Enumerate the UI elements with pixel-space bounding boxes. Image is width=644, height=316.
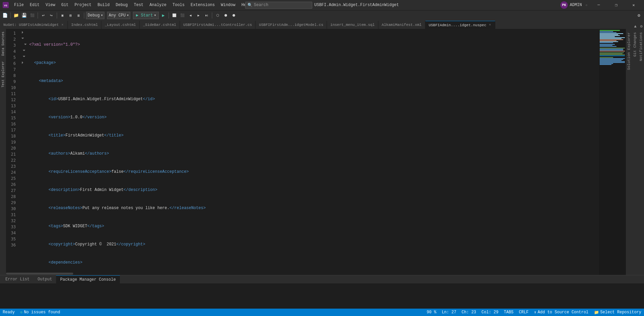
settings-icon[interactable]: ⚙ [639,24,644,29]
tab-controller[interactable]: USBFIFirstAdmi...tController.cs [180,21,256,29]
menu-debug[interactable]: Debug [113,2,130,8]
line-3: <metadata> [29,78,599,84]
status-line[interactable]: Ln: 27 [442,310,456,315]
platform-dropdown[interactable]: Any CPU ▼ [107,12,130,19]
data-sources-label[interactable]: Data Sources [0,29,6,58]
close-button[interactable]: ✕ [626,0,641,10]
menu-view[interactable]: View [43,2,58,8]
tab-sidebar-label: _SideBar.cshtml [143,23,176,27]
status-zoom[interactable]: 90 % [427,310,436,315]
title-bar-right: PK ADMIN ⬦ — ❐ ✕ [560,0,641,10]
toolbar-extra5[interactable]: ⏯ [203,12,210,19]
status-left: Ready ⊙ No issues found [3,310,60,315]
tab-nuspec-close[interactable]: × [488,23,492,27]
tab-package-manager-console[interactable]: Package Manager Console [56,275,120,283]
status-ready[interactable]: Ready [3,310,15,315]
tab-sidebar[interactable]: _SideBar.cshtml [140,21,180,29]
status-tabs[interactable]: TABS [504,310,513,315]
tab-manifest-label: AlkamiManifest.xml [382,23,422,27]
add-to-source-control-button[interactable]: ⬆ Add to Source Control [534,310,588,315]
user-avatar: PK [560,1,568,9]
tab-manifest[interactable]: AlkamiManifest.xml [378,21,425,29]
toolbar-btn1[interactable]: ▣ [59,12,66,19]
solution-explorer-panel: Solution Explorer [626,29,632,275]
menu-file[interactable]: File [11,2,27,8]
menu-window[interactable]: Window [218,2,238,8]
search-label[interactable]: Search [254,3,268,7]
status-crlf[interactable]: CRLF [519,310,528,315]
svg-text:VS: VS [4,4,7,7]
line-7: <authors>Alkami</authors> [29,151,599,157]
menu-project[interactable]: Project [72,2,94,8]
tab-layout[interactable]: _Layout.cshtml [101,21,139,29]
toolbar-save[interactable]: 💾 [20,12,28,19]
tab-nuspec[interactable]: USBFIAdmin....idget.nuspec × [425,21,496,29]
tab-sql[interactable]: insert_menu_item.sql [327,21,378,29]
bottom-panel-content [0,283,644,309]
ready-text: Ready [3,310,15,315]
toolbar-extra8[interactable]: ⬣ [230,12,237,19]
line-9: <description>First Admin Widget</descrip… [29,187,599,193]
run-button[interactable]: ▶ Start ▼ [133,12,159,19]
title-bar-left: VS File Edit View Git Project Build Debu… [3,2,254,8]
toolbar-new[interactable]: 📄 [1,12,9,19]
status-bar: Ready ⊙ No issues found 90 % Ln: 27 Ch: … [0,309,644,316]
toolbar-btn3[interactable]: ▥ [75,12,82,19]
menu-analyze[interactable]: Analyze [147,2,169,8]
menu-extensions[interactable]: Extensions [188,2,218,8]
notifications-label[interactable]: Notifications [638,29,644,65]
editor-area: 1234567891011121314151617181920212223242… [6,29,599,275]
toolbar-extra4[interactable]: ▶ [195,12,202,19]
no-issues-text: No issues found [24,310,60,315]
line-1: <?xml version="1.0"?> [29,42,599,48]
editor-content[interactable]: 1234567891011121314151617181920212223242… [6,29,599,272]
test-explorer-label[interactable]: Test Explorer [0,58,6,90]
tab-output[interactable]: Output [34,275,56,283]
toolbar-undo[interactable]: ↩ [40,12,47,19]
toolbar-extra2[interactable]: ⬛ [179,12,186,19]
main-area: Data Sources Test Explorer 1234567891011… [0,29,644,275]
tab-nuget[interactable]: NuGet: USBFIstAdminWidget × [0,21,68,29]
git-changes-label[interactable]: Git Changes [632,29,638,60]
tab-error-list[interactable]: Error List [1,275,34,283]
menu-git[interactable]: Git [58,2,71,8]
user-name: ADMIN [570,3,582,7]
status-col[interactable]: Col: 29 [481,310,498,315]
menu-edit[interactable]: Edit [27,2,42,8]
toolbar-redo[interactable]: ↪ [48,12,55,19]
status-right: 90 % Ln: 27 Ch: 23 Col: 29 TABS CRLF ⬆ A… [427,310,641,315]
minimap [599,29,626,275]
code-editor[interactable]: <?xml version="1.0"?> <package> <metadat… [27,29,599,272]
tab-index[interactable]: Index.cshtml [68,21,101,29]
solution-explorer-label[interactable]: Solution Explorer [626,29,632,73]
toolbar-extra1[interactable]: ⬜ [171,12,178,19]
run-attach-btn[interactable]: ▶ [159,12,167,19]
tab-index-label: Index.cshtml [71,23,98,27]
toolbar-settings[interactable]: ⚙ [635,12,643,19]
menu-tools[interactable]: Tools [170,2,187,8]
tab-nuget-close[interactable]: × [61,23,64,27]
toolbar: 📄 📁 💾 ⬛ ↩ ↪ ▣ ▤ ▥ Debug ▼ Any CPU ▼ ▶ St… [0,10,644,20]
notifications-panel: Notifications [638,29,644,275]
toolbar-btn2[interactable]: ▤ [67,12,74,19]
debug-config-dropdown[interactable]: Debug ▼ [86,12,104,19]
toolbar-extra7[interactable]: ⬢ [222,12,229,19]
select-repository-button[interactable]: 📁 Select Repository [594,310,641,315]
menu-test[interactable]: Test [131,2,146,8]
restore-button[interactable]: ❐ [608,0,624,10]
minimize-button[interactable]: — [591,0,606,10]
dropdown-arrow: ▼ [101,14,103,17]
menu-build[interactable]: Build [95,2,112,8]
horizontal-scrollbar[interactable] [6,272,599,275]
expand-tab-button[interactable]: ▲ [632,24,639,29]
toolbar-extra3[interactable]: ◀ [187,12,194,19]
status-char[interactable]: Ch: 23 [462,310,476,315]
line-numbers: 1234567891011121314151617181920212223242… [6,29,21,272]
toolbar-save-all[interactable]: ⬛ [29,12,36,19]
tab-model[interactable]: USBFIFirstAdm...idgetModel.cs [256,21,327,29]
run-label: ▶ Start [136,13,153,18]
toolbar-open[interactable]: 📁 [12,12,20,19]
toolbar-extra6[interactable]: ⬡ [214,12,221,19]
check-icon: ⊙ [20,310,22,315]
status-no-issues[interactable]: ⊙ No issues found [20,310,60,315]
